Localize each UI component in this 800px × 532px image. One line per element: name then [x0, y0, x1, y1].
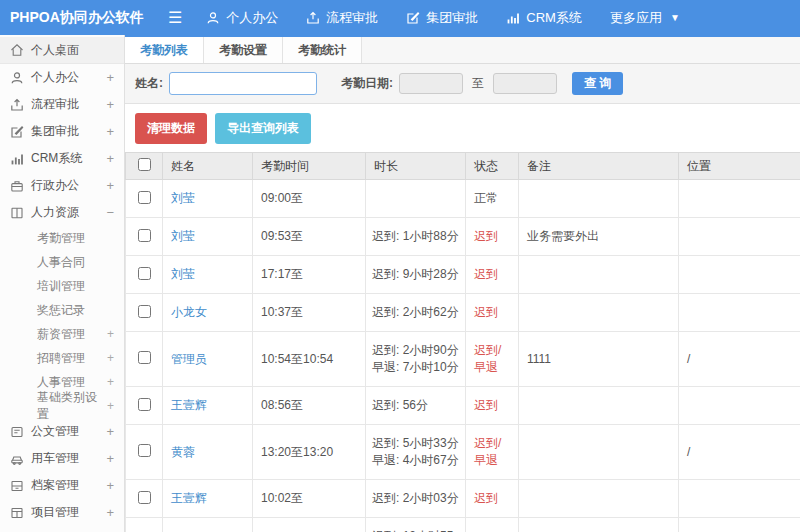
employee-name-link[interactable]: 黄蓉 — [171, 445, 195, 459]
hamburger-menu-icon[interactable]: ☰ — [168, 10, 182, 26]
expand-plus-icon[interactable]: + — [107, 399, 114, 413]
chart-icon — [506, 11, 520, 25]
employee-name-link[interactable]: 刘莹 — [171, 191, 195, 205]
export-list-button[interactable]: 导出查询列表 — [215, 113, 311, 144]
cell-duration: 迟到: 12小时55分 — [366, 518, 466, 532]
sidebar-item-group-approval[interactable]: 集团审批+ — [0, 118, 124, 145]
date-from-input[interactable] — [399, 73, 463, 94]
column-header-location: 位置 — [679, 153, 800, 180]
expand-plus-icon[interactable]: + — [106, 451, 114, 466]
cell-duration: 迟到: 2小时90分早退: 7小时10分 — [366, 332, 466, 387]
duration-line: 迟到: 2小时03分 — [372, 490, 459, 507]
row-checkbox[interactable] — [138, 351, 151, 364]
nav-item-label: 流程审批 — [326, 9, 378, 27]
row-checkbox[interactable] — [138, 444, 151, 457]
duration-line: 迟到: 12小时55分 — [372, 528, 459, 532]
table-row: 刘莹09:53至迟到: 1小时88分迟到业务需要外出 — [126, 218, 800, 256]
row-checkbox[interactable] — [138, 491, 151, 504]
nav-item-workflow-approval[interactable]: 流程审批 — [306, 9, 378, 27]
row-checkbox[interactable] — [138, 305, 151, 318]
sidebar-subitem-attendance-mgmt[interactable]: 考勤管理 — [0, 226, 124, 250]
expand-plus-icon[interactable]: + — [107, 375, 114, 389]
cell-remark: 1111 — [519, 332, 679, 387]
tab-attendance-list[interactable]: 考勤列表 — [125, 37, 204, 63]
home-icon — [10, 43, 24, 57]
cell-name: 黄蓉 — [163, 425, 253, 480]
name-input[interactable] — [169, 72, 317, 95]
cell-remark — [519, 294, 679, 332]
select-all-checkbox[interactable] — [138, 158, 151, 171]
sidebar-subitem-basic-category-settings[interactable]: 基础类别设置+ — [0, 394, 124, 418]
sidebar-item-admin-office[interactable]: 行政办公+ — [0, 172, 124, 199]
top-navbar: PHPOA协同办公软件 ☰ 个人办公流程审批集团审批CRM系统更多应用▼ — [0, 0, 800, 35]
employee-name-link[interactable]: 管理员 — [171, 352, 207, 366]
attendance-table-container: 姓名考勤时间时长状态备注位置 刘莹09:00至正常刘莹09:53至迟到: 1小时… — [125, 152, 800, 532]
duration-line: 早退: 7小时10分 — [372, 359, 459, 376]
sidebar-item-archive-mgmt[interactable]: 档案管理+ — [0, 472, 124, 499]
expand-plus-icon[interactable]: + — [106, 97, 114, 112]
sidebar-subitem-training-mgmt[interactable]: 培训管理 — [0, 274, 124, 298]
cell-duration: 迟到: 2小时03分 — [366, 480, 466, 518]
flow-icon — [306, 11, 320, 25]
cell-attendance-time: 10:02至 — [253, 480, 366, 518]
employee-name-link[interactable]: 王壹辉 — [171, 491, 207, 505]
expand-plus-icon[interactable]: + — [106, 505, 114, 520]
employee-name-link[interactable]: 小龙女 — [171, 305, 207, 319]
user-icon — [206, 11, 220, 25]
expand-plus-icon[interactable]: + — [106, 70, 114, 85]
nav-item-more-apps[interactable]: 更多应用▼ — [610, 9, 680, 27]
sidebar-item-human-resources[interactable]: 人力资源− — [0, 199, 124, 226]
expand-plus-icon[interactable]: + — [107, 327, 114, 341]
expand-plus-icon[interactable]: + — [106, 124, 114, 139]
duration-line: 迟到: 1小时88分 — [372, 228, 459, 245]
tab-attendance-settings[interactable]: 考勤设置 — [204, 37, 283, 63]
expand-plus-icon[interactable]: + — [106, 178, 114, 193]
sidebar-item-workflow-approval[interactable]: 流程审批+ — [0, 91, 124, 118]
sidebar-subitem-recruitment-mgmt[interactable]: 招聘管理+ — [0, 346, 124, 370]
nav-item-group-approval[interactable]: 集团审批 — [406, 9, 478, 27]
sidebar-item-project-mgmt[interactable]: 项目管理+ — [0, 499, 124, 526]
cell-attendance-time: 20:33至20:33 — [253, 518, 366, 532]
cell-name: 管理员 — [163, 332, 253, 387]
cell-duration: 迟到: 2小时62分 — [366, 294, 466, 332]
sidebar-item-vehicle-mgmt[interactable]: 用车管理+ — [0, 445, 124, 472]
employee-name-link[interactable]: 王壹辉 — [171, 398, 207, 412]
sidebar-item-crm-system[interactable]: CRM系统+ — [0, 145, 124, 172]
row-checkbox[interactable] — [138, 398, 151, 411]
collapse-minus-icon[interactable]: − — [106, 205, 114, 220]
employee-name-link[interactable]: 刘莹 — [171, 229, 195, 243]
row-checkbox[interactable] — [138, 229, 151, 242]
filter-bar: 姓名: 考勤日期: 至 查 询 — [125, 64, 800, 104]
sidebar-subitem-label: 薪资管理 — [37, 326, 85, 343]
app-window: PHPOA协同办公软件 ☰ 个人办公流程审批集团审批CRM系统更多应用▼ 个人桌… — [0, 0, 800, 532]
nav-item-personal-office[interactable]: 个人办公 — [206, 9, 278, 27]
tab-attendance-stats[interactable]: 考勤统计 — [283, 37, 362, 63]
cell-location: / — [679, 425, 800, 480]
sidebar-subitem-label: 招聘管理 — [37, 350, 85, 367]
sidebar-item-personal-desktop[interactable]: 个人桌面 — [0, 37, 124, 64]
sidebar-item-personal-office[interactable]: 个人办公+ — [0, 64, 124, 91]
row-checkbox[interactable] — [138, 267, 151, 280]
cell-status: 迟到 — [466, 480, 519, 518]
sidebar-subitem-reward-punishment[interactable]: 奖惩记录 — [0, 298, 124, 322]
cell-attendance-time: 17:17至 — [253, 256, 366, 294]
expand-plus-icon[interactable]: + — [106, 478, 114, 493]
cell-duration: 迟到: 1小时88分 — [366, 218, 466, 256]
expand-plus-icon[interactable]: + — [106, 424, 114, 439]
flow-icon — [10, 98, 24, 112]
sidebar-subitem-salary-mgmt[interactable]: 薪资管理+ — [0, 322, 124, 346]
row-checkbox[interactable] — [138, 191, 151, 204]
expand-plus-icon[interactable]: + — [106, 151, 114, 166]
employee-name-link[interactable]: 刘莹 — [171, 267, 195, 281]
date-to-input[interactable] — [493, 73, 557, 94]
nav-item-label: 个人办公 — [226, 9, 278, 27]
cell-name: 郭靖 — [163, 518, 253, 532]
clean-data-button[interactable]: 清理数据 — [135, 113, 207, 144]
nav-item-crm-system[interactable]: CRM系统 — [506, 9, 582, 27]
cell-duration: 迟到: 5小时33分早退: 4小时67分 — [366, 425, 466, 480]
table-row: 管理员10:54至10:54迟到: 2小时90分早退: 7小时10分迟到/早退1… — [126, 332, 800, 387]
sidebar-subitem-personnel-contract[interactable]: 人事合同 — [0, 250, 124, 274]
cell-location — [679, 180, 800, 218]
search-button[interactable]: 查 询 — [572, 72, 623, 95]
expand-plus-icon[interactable]: + — [107, 351, 114, 365]
